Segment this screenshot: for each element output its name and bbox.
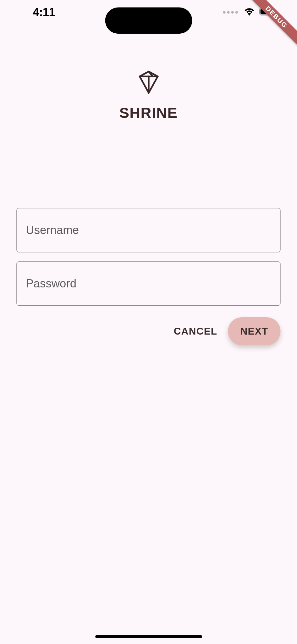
username-field[interactable] xyxy=(16,208,280,252)
login-content: SHRINE CANCEL NEXT xyxy=(16,70,280,345)
home-indicator xyxy=(95,635,202,638)
status-time: 4:11 xyxy=(33,6,55,19)
diamond-icon xyxy=(138,70,159,96)
password-field[interactable] xyxy=(16,261,280,306)
cancel-button[interactable]: CANCEL xyxy=(165,318,226,345)
wifi-icon xyxy=(244,7,255,18)
cellular-icon xyxy=(223,11,238,14)
next-button[interactable]: NEXT xyxy=(228,317,280,345)
logo-wrap: SHRINE xyxy=(16,70,280,122)
dynamic-island xyxy=(105,8,192,34)
app-title: SHRINE xyxy=(119,104,178,122)
button-row: CANCEL NEXT xyxy=(16,317,280,345)
